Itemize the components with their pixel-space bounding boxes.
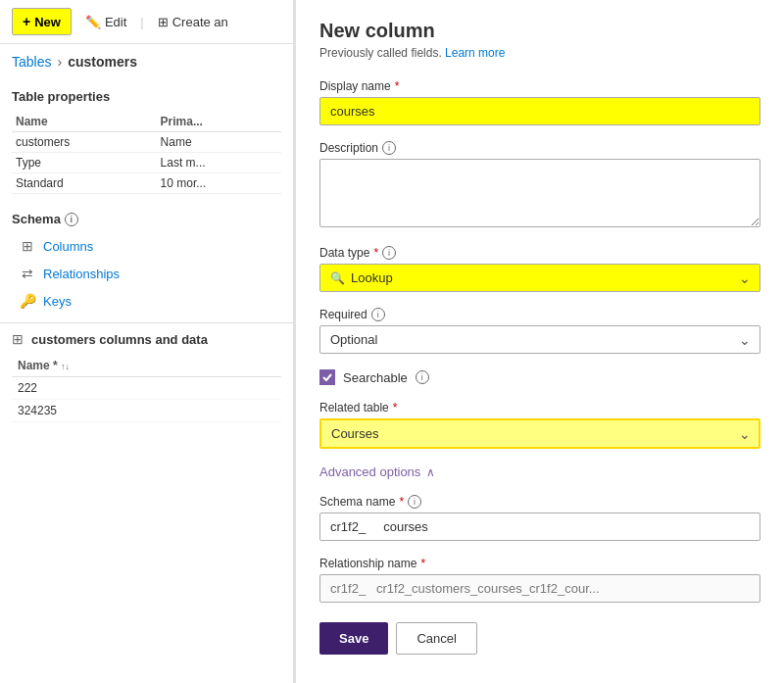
data-header: ⊞ customers columns and data [12, 331, 281, 347]
schema-name-group: Schema name * i [319, 495, 760, 541]
data-type-select[interactable]: 🔍 Lookup [319, 264, 760, 292]
schema-info-icon[interactable]: i [65, 213, 78, 226]
schema-title: Schema i [12, 212, 281, 226]
related-table-select[interactable]: Courses [319, 418, 760, 449]
required-select-wrapper: Optional Required [319, 325, 760, 354]
edit-button[interactable]: ✏️ Edit [77, 10, 134, 34]
table-row: Standard 10 mor... [12, 173, 281, 194]
relationships-label: Relationships [43, 267, 120, 281]
data-type-select-wrapper: 🔍 Lookup ⌄ [319, 264, 760, 292]
relationship-name-group: Relationship name * [319, 557, 760, 603]
relationships-icon: ⇄ [20, 266, 35, 281]
description-group: Description i [319, 141, 760, 230]
schema-item-keys[interactable]: 🔑 Keys [12, 287, 281, 315]
col-primary-header: Prima... [157, 112, 281, 132]
relationship-name-label: Relationship name * [319, 557, 760, 570]
relationship-name-input[interactable] [319, 574, 760, 603]
breadcrumb-current: customers [68, 54, 137, 70]
data-type-info-icon[interactable]: i [382, 246, 396, 260]
related-table-label: Related table * [319, 401, 760, 415]
data-col-name-header: Name * ↑↓ [12, 355, 281, 377]
data-table: Name * ↑↓ 222 324235 [12, 355, 281, 422]
searchable-checkbox[interactable] [319, 369, 335, 385]
searchable-label: Searchable [343, 370, 408, 385]
description-info-icon[interactable]: i [382, 141, 396, 155]
advanced-options-toggle[interactable]: Advanced options ∧ [319, 464, 760, 479]
related-table-required: * [393, 401, 398, 415]
data-type-group: Data type * i 🔍 Lookup ⌄ [319, 246, 760, 292]
breadcrumb-separator: › [57, 54, 62, 70]
create-button[interactable]: ⊞ Create an [150, 10, 236, 34]
checkmark-icon [322, 372, 332, 382]
data-type-label: Data type * i [319, 246, 760, 260]
display-name-label: Display name * [319, 79, 760, 93]
panel-title: New column [319, 20, 760, 42]
table-row: 222 [12, 377, 281, 400]
create-icon: ⊞ [158, 15, 169, 29]
properties-table: Name Prima... customers Name Type Last m… [12, 112, 281, 194]
edit-icon: ✏️ [85, 15, 101, 29]
data-icon: ⊞ [12, 331, 24, 347]
new-button[interactable]: + New [12, 8, 72, 35]
chevron-up-icon: ∧ [426, 465, 435, 479]
save-button[interactable]: Save [319, 622, 388, 655]
display-name-group: Display name * [319, 79, 760, 125]
data-type-value: Lookup [351, 270, 393, 285]
learn-more-link[interactable]: Learn more [445, 46, 505, 60]
columns-label: Columns [43, 239, 93, 254]
data-title: customers columns and data [31, 332, 208, 347]
related-table-select-wrapper: Courses [319, 418, 760, 449]
schema-item-relationships[interactable]: ⇄ Relationships [12, 260, 281, 287]
required-group: Required i Optional Required [319, 308, 760, 354]
breadcrumb-tables[interactable]: Tables [12, 54, 51, 70]
data-type-required: * [373, 246, 378, 260]
schema-item-columns[interactable]: ⊞ Columns [12, 232, 281, 260]
relationship-name-required: * [420, 557, 425, 570]
data-section: ⊞ customers columns and data Name * ↑↓ 2… [0, 322, 293, 430]
new-column-panel: New column Previously called fields. Lea… [294, 0, 784, 683]
searchable-info-icon[interactable]: i [416, 370, 429, 384]
toolbar-sep: | [140, 15, 143, 29]
lookup-search-icon: 🔍 [330, 271, 345, 285]
col-name-header: Name [12, 112, 157, 132]
keys-icon: 🔑 [20, 293, 35, 309]
table-properties-title: Table properties [12, 89, 281, 104]
display-name-input[interactable] [319, 97, 760, 125]
schema-name-input[interactable] [319, 512, 760, 541]
table-properties-section: Table properties Name Prima... customers… [0, 79, 293, 204]
related-table-group: Related table * Courses [319, 401, 760, 449]
plus-icon: + [23, 14, 30, 29]
required-label: Required i [319, 308, 760, 321]
form-actions: Save Cancel [319, 622, 760, 655]
table-row: customers Name [12, 132, 281, 153]
breadcrumb: Tables › customers [0, 44, 293, 79]
toolbar: + New ✏️ Edit | ⊞ Create an [0, 0, 293, 44]
required-select[interactable]: Optional Required [319, 325, 760, 354]
schema-section: Schema i ⊞ Columns ⇄ Relationships 🔑 Key… [0, 204, 293, 322]
edit-label: Edit [105, 15, 126, 29]
keys-label: Keys [43, 294, 72, 309]
new-button-label: New [34, 15, 61, 29]
description-input[interactable] [319, 159, 760, 227]
panel-subtitle: Previously called fields. Learn more [319, 46, 760, 60]
create-label: Create an [172, 15, 228, 29]
required-star: * [395, 79, 400, 93]
schema-name-info-icon[interactable]: i [408, 495, 421, 509]
table-row: 324235 [12, 400, 281, 422]
schema-name-label: Schema name * i [319, 495, 760, 509]
left-panel: + New ✏️ Edit | ⊞ Create an Tables › cus… [0, 0, 294, 683]
searchable-group: Searchable i [319, 369, 760, 385]
schema-name-required: * [399, 495, 404, 509]
required-info-icon[interactable]: i [371, 308, 385, 321]
table-row: Type Last m... [12, 153, 281, 173]
cancel-button[interactable]: Cancel [396, 622, 476, 655]
advanced-options-label: Advanced options [319, 464, 420, 479]
columns-icon: ⊞ [20, 238, 35, 254]
description-label: Description i [319, 141, 760, 155]
